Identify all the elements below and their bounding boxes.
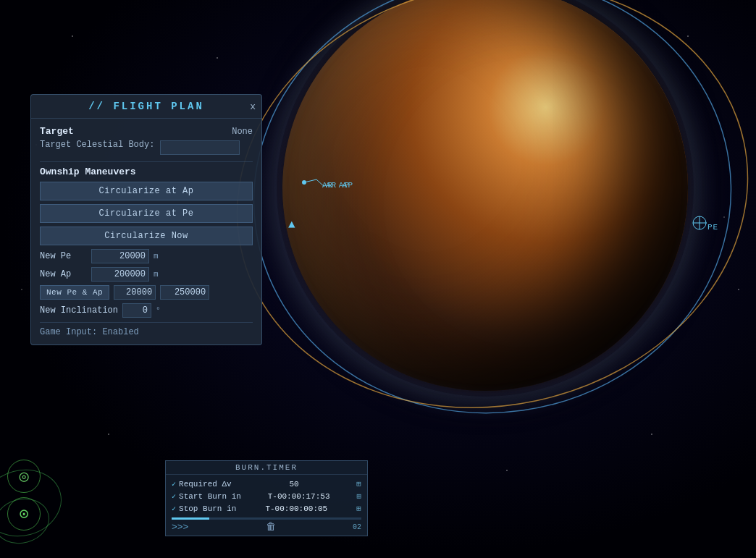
new-pe-ap-input1[interactable] (114, 285, 156, 300)
circularize-ap-button[interactable]: Circularize at Ap (40, 182, 253, 200)
burn-timer-footer: >>> 🗑 02 (166, 520, 367, 536)
nav-inner-icon[interactable]: ⊙ (7, 497, 41, 530)
burn-timer-header: BURN.TIMER (166, 461, 367, 475)
panel-title: // FLIGHT PLAN (88, 101, 204, 112)
burn-dv-label: Required Δv (179, 480, 232, 489)
burn-row-start: ✓ Start Burn in T-00:00:17:53 ⊞ (172, 490, 361, 502)
burn-stop-check: ✓ (172, 504, 176, 513)
nav-outer-icon[interactable]: ◎ (7, 460, 41, 493)
new-pe-input[interactable] (91, 249, 149, 263)
circularize-now-button[interactable]: Circularize Now (40, 227, 253, 245)
flight-plan-panel: // FLIGHT PLAN x Target None Target Cele… (30, 94, 262, 345)
new-inclination-label: New Inclination (40, 305, 118, 316)
new-ap-unit: m (154, 270, 159, 279)
new-pe-unit: m (154, 252, 159, 261)
ownship-section-header: Ownship Maneuvers (40, 166, 253, 177)
new-pe-row: New Pe m (40, 249, 253, 263)
burn-start-check: ✓ (172, 492, 176, 501)
new-inclination-unit: ° (156, 306, 161, 315)
pe-label: PE (707, 223, 718, 232)
burn-row-stop: ✓ Stop Burn in T-00:00:00:05 ⊞ (172, 502, 361, 515)
new-inclination-input[interactable] (122, 303, 151, 318)
status-text: Game Input: Enabled (40, 327, 253, 337)
target-celestial-label: Target Celestial Body: (40, 140, 154, 150)
planet (282, 0, 688, 391)
new-ap-input[interactable] (91, 267, 149, 282)
panel-close-button[interactable]: x (250, 101, 256, 112)
burn-stop-value: T-00:00:00:05 (265, 504, 327, 513)
target-celestial-input[interactable] (160, 140, 240, 155)
new-ap-row: New Ap m (40, 267, 253, 282)
panel-header: // FLIGHT PLAN x (31, 95, 261, 119)
divider-2 (40, 322, 253, 323)
burn-stop-icon[interactable]: ⊞ (356, 504, 361, 513)
target-value: None (232, 127, 253, 137)
target-section-header: Target None (40, 126, 253, 137)
burn-dv-value: 50 (289, 480, 298, 489)
burn-dv-left: ✓ Required Δv (172, 480, 232, 489)
new-pe-ap-input2[interactable] (160, 285, 209, 300)
new-pe-ap-button[interactable]: New Pe & Ap (40, 285, 109, 300)
circularize-pe-button[interactable]: Circularize at Pe (40, 204, 253, 223)
burn-start-left: ✓ Start Burn in (172, 492, 241, 501)
burn-dv-icon[interactable]: ⊞ (356, 479, 361, 489)
new-inclination-row: New Inclination ° (40, 303, 253, 318)
new-ap-label: New Ap (40, 269, 87, 279)
burn-timer-body: ✓ Required Δv 50 ⊞ ✓ Start Burn in T-00:… (166, 475, 367, 517)
burn-start-icon[interactable]: ⊞ (356, 491, 361, 501)
ownship-label: Ownship Maneuvers (40, 166, 136, 177)
ar-ap-label-display: AR AP (326, 181, 353, 190)
trash-icon[interactable]: 🗑 (266, 521, 276, 533)
new-pe-ap-row: New Pe & Ap (40, 285, 253, 300)
burn-dv-check: ✓ (172, 480, 176, 489)
burn-page-number: 02 (353, 523, 361, 531)
target-label: Target (40, 126, 74, 137)
timer-forward-icons[interactable]: >>> (172, 522, 188, 533)
target-body-row: Target Celestial Body: (40, 140, 253, 156)
new-pe-label: New Pe (40, 251, 87, 261)
burn-start-value: T-00:00:17:53 (268, 492, 330, 501)
burn-stop-left: ✓ Stop Burn in (172, 504, 236, 513)
spacecraft-icon: ▲ (288, 219, 295, 232)
burn-stop-label: Stop Burn in (179, 504, 236, 513)
panel-body: Target None Target Celestial Body: Ownsh… (31, 119, 261, 344)
burn-start-label: Start Burn in (179, 492, 241, 501)
divider-1 (40, 161, 253, 162)
burn-timer-panel: BURN.TIMER ✓ Required Δv 50 ⊞ ✓ Start Bu… (165, 460, 368, 536)
burn-row-dv: ✓ Required Δv 50 ⊞ (172, 478, 361, 490)
